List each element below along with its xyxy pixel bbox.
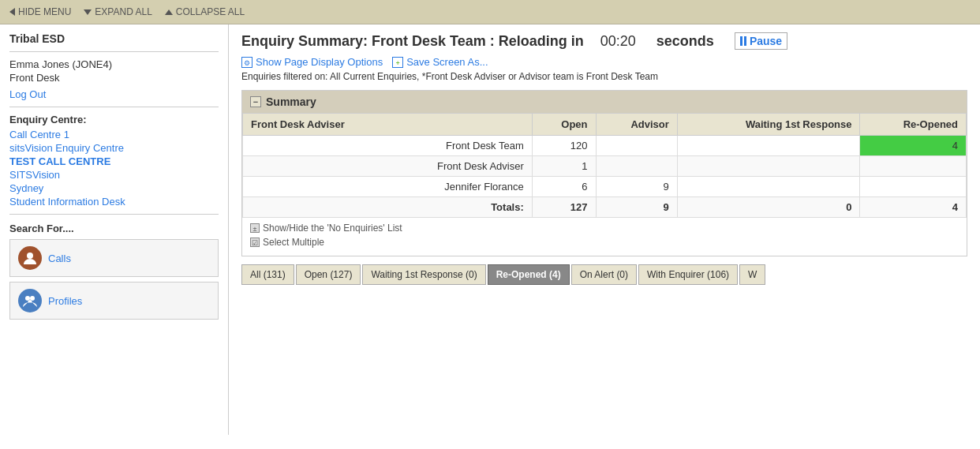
expand-all-label: EXPAND ALL: [95, 6, 151, 17]
row-waiting-2: [677, 177, 860, 197]
filter-text: Enquiries filtered on: All Current Enqui…: [241, 71, 967, 82]
show-hide-label: Show/Hide the 'No Enquiries' List: [263, 223, 402, 234]
expand-all-icon: [84, 9, 92, 15]
sidebar-divider-1: [9, 51, 219, 52]
tab-1[interactable]: Open (127): [296, 264, 361, 285]
save-screen-icon: +: [392, 57, 403, 68]
sidebar-divider-3: [9, 214, 219, 215]
sidebar-divider-2: [9, 107, 219, 107]
table-header-row: Front Desk Adviser Open Advisor Waiting …: [243, 114, 967, 136]
totals-waiting: 0: [677, 197, 860, 218]
show-hide-list-link[interactable]: ± Show/Hide the 'No Enquiries' List: [250, 223, 959, 234]
row-open-1: 1: [532, 156, 596, 177]
show-page-options-label: Show Page Display Options: [256, 56, 383, 68]
svg-point-2: [30, 296, 35, 301]
sidebar-item-sitsvision[interactable]: SITSVision: [9, 169, 219, 181]
row-advisor-1: [596, 156, 677, 177]
tab-0[interactable]: All (131): [241, 264, 294, 285]
tab-4[interactable]: On Alert (0): [571, 264, 637, 285]
enquiry-centre-label: Enquiry Centre:: [9, 114, 219, 125]
show-page-options-icon: ⚙: [241, 57, 252, 68]
top-toolbar: HIDE MENU EXPAND ALL COLLAPSE ALL: [0, 0, 980, 24]
user-name: Emma Jones (JONE4): [9, 58, 219, 70]
col-header-open: Open: [532, 114, 596, 136]
content-area: Enquiry Summary: Front Desk Team : Reloa…: [229, 24, 980, 435]
svg-point-1: [25, 296, 30, 301]
search-for-label: Search For....: [9, 223, 219, 234]
row-open-2: 6: [532, 177, 596, 197]
row-open-0: 120: [532, 136, 596, 156]
sidebar-item-test-call-centre[interactable]: TEST CALL CENTRE: [9, 155, 219, 167]
reload-timer: 00:20: [600, 33, 636, 50]
calls-button-label: Calls: [48, 253, 71, 264]
sidebar-item-student-info-desk[interactable]: Student Information Desk: [9, 196, 219, 208]
sidebar-item-sitsvision-enquiry[interactable]: sitsVision Enquiry Centre: [9, 142, 219, 154]
table-row: Jennifer Florance 6 9: [243, 177, 967, 197]
col-header-advisor: Advisor: [596, 114, 677, 136]
save-screen-link[interactable]: + Save Screen As...: [392, 56, 488, 68]
collapse-all-label: COLLAPSE ALL: [176, 6, 245, 17]
row-waiting-0: [677, 136, 860, 156]
show-page-options-link[interactable]: ⚙ Show Page Display Options: [241, 56, 383, 68]
totals-label: Totals:: [243, 197, 533, 218]
select-multiple-link[interactable]: ☑ Select Multiple: [250, 237, 959, 248]
pause-label: Pause: [750, 35, 782, 47]
row-advisor-0: [596, 136, 677, 156]
calls-avatar-icon: [18, 246, 42, 270]
pause-button[interactable]: Pause: [735, 32, 787, 50]
seconds-label: seconds: [656, 33, 714, 50]
row-reopened-0: 4: [860, 136, 967, 156]
tab-2[interactable]: Waiting 1st Response (0): [362, 264, 485, 285]
hide-menu-label: HIDE MENU: [18, 6, 71, 17]
main-layout: Tribal ESD Emma Jones (JONE4) Front Desk…: [0, 24, 980, 435]
totals-advisor: 9: [596, 197, 677, 218]
summary-title: Summary: [266, 95, 316, 108]
svg-point-0: [27, 253, 33, 259]
sidebar: Tribal ESD Emma Jones (JONE4) Front Desk…: [0, 24, 229, 435]
profiles-avatar-icon: [18, 289, 42, 312]
tab-3[interactable]: Re-Opened (4): [488, 264, 570, 285]
table-row: Front Desk Adviser 1: [243, 156, 967, 177]
totals-row: Totals: 127 9 0 4: [243, 197, 967, 218]
col-header-reopened: Re-Opened: [860, 114, 967, 136]
show-hide-icon: ±: [250, 223, 260, 233]
page-title: Enquiry Summary: Front Desk Team : Reloa…: [241, 32, 967, 50]
row-reopened-1: [860, 156, 967, 177]
col-header-waiting: Waiting 1st Response: [677, 114, 860, 136]
collapse-all-button[interactable]: COLLAPSE ALL: [165, 6, 245, 17]
hide-menu-button[interactable]: HIDE MENU: [9, 6, 71, 17]
expand-all-button[interactable]: EXPAND ALL: [84, 6, 151, 17]
tab-5[interactable]: With Enquirer (106): [638, 264, 738, 285]
table-row: Front Desk Team 120 4: [243, 136, 967, 156]
toolbar-links: ⚙ Show Page Display Options + Save Scree…: [241, 56, 967, 68]
row-reopened-2: [860, 177, 967, 197]
sidebar-item-sydney[interactable]: Sydney: [9, 182, 219, 194]
row-label-0: Front Desk Team: [243, 136, 533, 156]
summary-box: − Summary Front Desk Adviser Open Adviso…: [241, 90, 967, 256]
hide-menu-icon: [9, 8, 15, 16]
select-multiple-label: Select Multiple: [263, 237, 324, 248]
calls-button[interactable]: Calls: [9, 239, 219, 277]
tab-6[interactable]: W: [739, 264, 765, 285]
page-title-text: Enquiry Summary: Front Desk Team : Reloa…: [241, 33, 584, 50]
org-name: Tribal ESD: [9, 32, 219, 45]
user-role: Front Desk: [9, 72, 219, 84]
pause-icon: [740, 36, 746, 46]
sidebar-item-call-centre-1[interactable]: Call Centre 1: [9, 129, 219, 140]
log-out-link[interactable]: Log Out: [9, 88, 219, 100]
table-actions: ± Show/Hide the 'No Enquiries' List ☑ Se…: [242, 218, 967, 256]
summary-header: − Summary: [242, 91, 967, 113]
collapse-all-icon: [165, 9, 173, 15]
col-header-adviser: Front Desk Adviser: [243, 114, 533, 136]
select-multiple-icon: ☑: [250, 238, 260, 247]
summary-table: Front Desk Adviser Open Advisor Waiting …: [242, 113, 967, 218]
profiles-button[interactable]: Profiles: [9, 282, 219, 320]
totals-open: 127: [532, 197, 596, 218]
collapse-summary-icon[interactable]: −: [250, 96, 261, 107]
row-waiting-1: [677, 156, 860, 177]
save-screen-label: Save Screen As...: [406, 56, 488, 68]
row-label-2: Jennifer Florance: [243, 177, 533, 197]
bottom-tabs: All (131)Open (127)Waiting 1st Response …: [241, 264, 967, 285]
totals-reopened: 4: [860, 197, 967, 218]
profiles-button-label: Profiles: [48, 295, 82, 307]
